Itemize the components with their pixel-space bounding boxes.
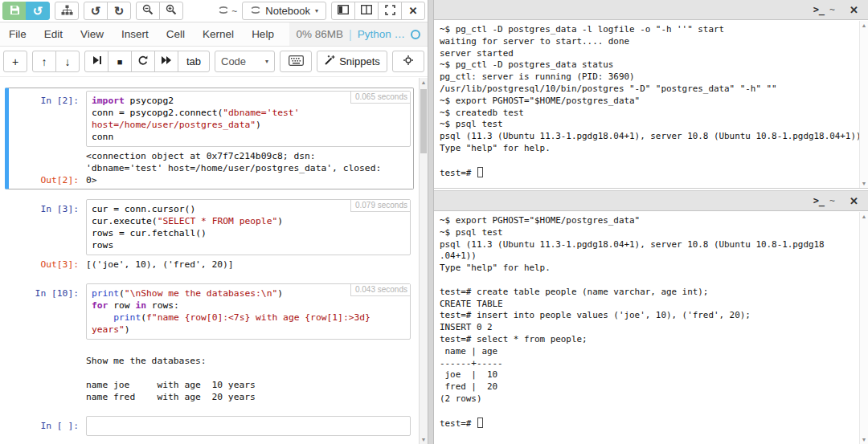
chevron-down-icon: ▾ [315, 7, 318, 14]
columns-view-button[interactable] [354, 2, 379, 20]
menu-kernel[interactable]: Kernel [194, 22, 243, 46]
terminal-title: >_ ~ [813, 4, 835, 15]
jupyter-icon [218, 6, 229, 17]
execution-time-badge: 0.079 seconds [350, 200, 410, 212]
code-line: cur.execute("SELECT * FROM people") [92, 215, 405, 227]
notebook-scrollbar[interactable]: ▲ ▼ [419, 78, 428, 444]
scroll-up-arrow-icon[interactable]: ▲ [420, 79, 428, 85]
sitemap-button[interactable] [55, 2, 79, 20]
menu-insert[interactable]: Insert [113, 22, 158, 46]
notebook-cell[interactable]: In [10]:0.043 secondsprint("\nShow me th… [5, 280, 414, 406]
input-prompt: In [3]: [9, 199, 86, 255]
restart-run-all-button[interactable] [154, 51, 178, 72]
input-prompt: In [2]: [9, 91, 86, 147]
scroll-up-arrow-icon[interactable]: ▲ [860, 214, 868, 219]
undo-redo-group: ↺ ↻ [84, 2, 131, 20]
output-prompt: Out[3]: [9, 259, 86, 271]
terminal-bottom-header[interactable]: >_ ~ ✕ [434, 191, 868, 211]
scrollbar-thumb[interactable] [420, 89, 427, 153]
terminal-bottom-body[interactable]: ~$ export PGHOST="$HOME/postgres_data" ~… [434, 212, 859, 444]
zoom-out-button[interactable] [136, 2, 160, 20]
undo-button[interactable]: ↺ [84, 2, 108, 20]
menu-help[interactable]: Help [243, 22, 283, 46]
terminal-bottom: >_ ~ ✕ ~$ export PGHOST="$HOME/postgres_… [434, 190, 868, 444]
save-group: ↺ [2, 2, 50, 20]
redo-icon: ↻ [114, 5, 125, 17]
undo-icon: ↺ [91, 5, 101, 17]
redo-button[interactable]: ↻ [107, 2, 131, 20]
add-cell-button[interactable]: + [3, 51, 27, 72]
scroll-down-arrow-icon[interactable]: ▼ [420, 437, 428, 442]
kernel-separator: | [349, 28, 352, 41]
scroll-up-arrow-icon[interactable]: ▲ [860, 22, 868, 28]
code-line: years") [92, 324, 405, 336]
terminal-title-text: ~ [829, 4, 835, 15]
notebook-cell[interactable]: In [3]:0.079 secondscur = conn.cursor()c… [5, 196, 414, 274]
plus-icon: + [12, 55, 18, 68]
close-icon[interactable]: ✕ [850, 195, 858, 207]
sitemap-icon [61, 5, 73, 18]
terminal-pane: >_ ~ ✕ ~$ pg_ctl -D postgres_data -l log… [434, 0, 868, 444]
notebook-switcher-button[interactable]: Notebook ▾ [242, 2, 326, 20]
notebook-switcher-label: Notebook [265, 5, 310, 17]
terminal-top-body[interactable]: ~$ pg_ctl -D postgres_data -l logfile -o… [434, 21, 859, 188]
terminal-top-header[interactable]: >_ ~ ✕ [434, 0, 868, 20]
close-icon[interactable]: ✕ [850, 4, 858, 16]
menu-file[interactable]: File [0, 22, 35, 46]
snippets-button[interactable]: Snippets [317, 51, 387, 72]
fullscreen-icon [385, 5, 395, 18]
notebook-cell[interactable]: In [ ]: [5, 413, 414, 439]
kernel-name: Python … [358, 28, 405, 40]
zoom-in-button[interactable] [159, 2, 183, 20]
code-line: conn = psycopg2.connect("dbname='test' [92, 107, 405, 119]
pane-divider[interactable] [428, 0, 434, 444]
input-prompt: In [ ]: [9, 416, 86, 436]
restart-kernel-button[interactable] [131, 51, 155, 72]
cell-output: Show me the databases: name joe with age… [86, 343, 411, 403]
kernel-status-area: 0% 86MB | Python … [289, 22, 428, 46]
menu-cell[interactable]: Cell [158, 22, 194, 46]
run-step-icon [92, 55, 102, 67]
snippets-label: Snippets [339, 55, 380, 67]
keyboard-shortcuts-button[interactable] [280, 51, 312, 72]
code-input-area[interactable]: 0.065 secondsimport psycopg2conn = psyco… [86, 91, 411, 147]
notebook-cells: In [2]:0.065 secondsimport psycopg2conn … [0, 78, 419, 444]
tab-button[interactable]: tab [178, 51, 210, 72]
layout-group: ✕ [331, 2, 425, 20]
run-cell-button[interactable] [84, 51, 108, 72]
terminal-title-text: ~ [829, 195, 835, 206]
terminal-bottom-scrollbar[interactable]: ▲ ▼ [859, 212, 868, 444]
code-line: host=/home/user/postgres_data") [92, 119, 405, 131]
terminal-top-scrollbar[interactable]: ▲ ▼ [859, 21, 868, 188]
arrow-down-icon: ↓ [65, 55, 71, 68]
menu-edit[interactable]: Edit [35, 22, 72, 46]
checkpoint-history-button[interactable]: ↺ [26, 2, 50, 20]
arrow-up-icon: ↑ [42, 55, 47, 68]
cell-type-select[interactable]: Code ▾ [215, 51, 275, 72]
split-view-icon [338, 5, 349, 17]
code-input-area[interactable] [86, 416, 411, 436]
scroll-down-arrow-icon[interactable]: ▼ [860, 181, 868, 186]
code-input-area[interactable]: 0.079 secondscur = conn.cursor()cur.exec… [86, 199, 411, 255]
stop-icon: ■ [117, 57, 123, 67]
notebook-menubar: File Edit View Insert Cell Kernel Help 0… [0, 22, 428, 47]
save-button[interactable] [2, 2, 27, 20]
move-cell-group: ↑ ↓ [32, 51, 80, 72]
split-view-button[interactable] [331, 2, 355, 20]
interrupt-kernel-button[interactable]: ■ [108, 51, 132, 72]
code-line [92, 420, 405, 432]
close-pane-button[interactable]: ✕ [401, 2, 425, 20]
tab-label: tab [186, 55, 201, 67]
clipped-toolbar-button[interactable] [392, 51, 424, 72]
scroll-down-arrow-icon[interactable]: ▼ [860, 437, 868, 442]
notebook-cell[interactable]: In [2]:0.065 secondsimport psycopg2conn … [5, 88, 414, 189]
code-input-area[interactable]: 0.043 secondsprint("\nShow me the databa… [86, 283, 411, 340]
cell-output: <connection object at 0x7f7c214b09c8; ds… [86, 150, 411, 186]
kernel-tilde: ~ [231, 6, 237, 17]
terminal-title: >_ ~ [813, 195, 835, 206]
execution-time-badge: 0.043 seconds [350, 284, 410, 296]
move-cell-down-button[interactable]: ↓ [55, 51, 80, 72]
fullscreen-button[interactable] [378, 2, 402, 20]
menu-view[interactable]: View [72, 22, 113, 46]
move-cell-up-button[interactable]: ↑ [32, 51, 56, 72]
